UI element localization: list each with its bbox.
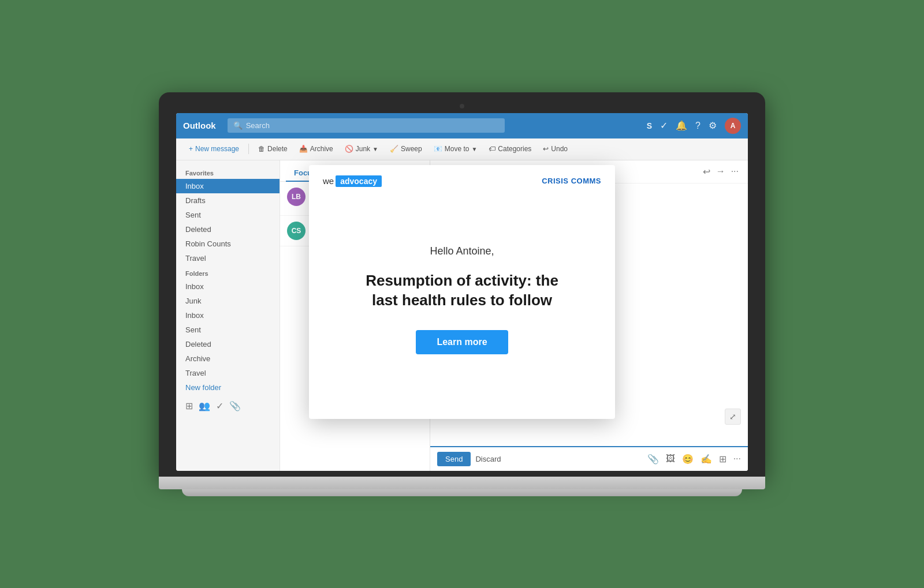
crisis-comms-label: CRISIS COMMS: [542, 177, 601, 185]
learn-more-button[interactable]: Learn more: [416, 330, 508, 354]
modal-card: we advocacy CRISIS COMMS Hello Antoine, …: [309, 165, 615, 419]
laptop-shell: Outlook 🔍 S ✓ 🔔 ? ⚙ A: [159, 92, 765, 496]
logo-advocacy-badge: advocacy: [336, 175, 382, 187]
laptop-bottom: [182, 489, 742, 496]
laptop-screen: Outlook 🔍 S ✓ 🔔 ? ⚙ A: [176, 113, 748, 471]
camera: [460, 104, 464, 108]
modal-headline: Resumption of activity: the last health …: [352, 271, 572, 310]
screen-bezel: Outlook 🔍 S ✓ 🔔 ? ⚙ A: [159, 92, 765, 477]
modal-overlay: we advocacy CRISIS COMMS Hello Antoine, …: [176, 113, 748, 471]
modal-top: we advocacy CRISIS COMMS: [309, 165, 615, 193]
we-advocacy-logo: we advocacy: [323, 175, 382, 187]
modal-body: Hello Antoine, Resumption of activity: t…: [309, 193, 615, 419]
logo-we-text: we: [323, 176, 334, 186]
laptop-base: [159, 477, 765, 489]
modal-greeting: Hello Antoine,: [430, 245, 494, 257]
